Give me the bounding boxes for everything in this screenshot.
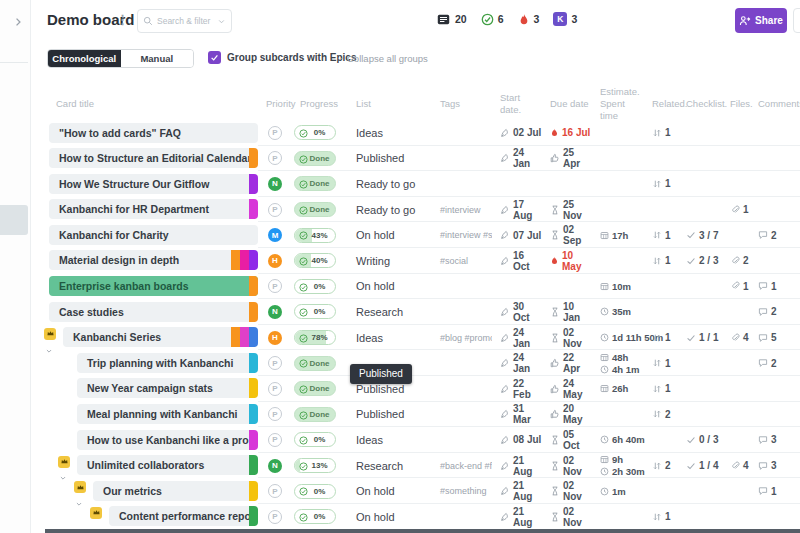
related-cell[interactable]: 1	[644, 230, 678, 241]
estimate-cell[interactable]: 1m	[592, 486, 644, 497]
card-title-pill[interactable]: Trip planning with Kanbanchi	[77, 353, 258, 373]
card-title-pill[interactable]: How to Structure an Editorial Calendar	[49, 148, 258, 168]
tags-cell[interactable]: #blog #promo #tag	[432, 333, 492, 343]
card-title-pill[interactable]: Kanbanchi for HR Department	[49, 199, 258, 219]
start-date-cell[interactable]: 31 Mar	[492, 403, 542, 425]
epic-crown-badge-icon[interactable]	[74, 481, 86, 493]
comments-cell[interactable]: 5	[750, 332, 792, 343]
expand-sidebar-chevron-icon[interactable]	[12, 12, 24, 24]
due-date-cell[interactable]: 02 Sep	[542, 224, 592, 246]
start-date-cell[interactable]: 21 Aug	[492, 506, 542, 528]
start-date-cell[interactable]: 07 Jul	[492, 230, 542, 241]
card-title-pill[interactable]: How We Structure Our Gitflow	[49, 174, 258, 194]
epic-crown-badge-icon[interactable]	[58, 456, 70, 468]
related-cell[interactable]: 1	[644, 383, 678, 394]
table-row[interactable]: Enterprise kanban boardsP0%On hold10m11	[31, 274, 800, 300]
table-row[interactable]: Unlimited collaboratorsN13%Research#back…	[31, 453, 800, 479]
card-title-pill[interactable]: How to use Kanbanchi like a pro	[77, 430, 258, 450]
priority-badge[interactable]: P	[268, 203, 282, 217]
comments-cell[interactable]: 2	[750, 230, 792, 241]
tags-cell[interactable]: #something	[432, 486, 492, 496]
list-cell[interactable]: Ready to go	[348, 197, 432, 223]
due-date-cell[interactable]: 02 Nov	[542, 327, 592, 349]
comments-cell[interactable]: 1	[750, 281, 792, 292]
table-row[interactable]: Content performance reportP0%On hold21 A…	[31, 504, 800, 530]
card-title-pill[interactable]: Kanbanchi Series	[63, 327, 258, 347]
comments-cell[interactable]: 1	[750, 486, 792, 497]
column-header-1[interactable]: Priority	[258, 98, 292, 110]
share-button[interactable]: Share	[735, 8, 787, 33]
files-cell[interactable]: 4	[722, 332, 750, 343]
estimate-cell[interactable]: 26h	[592, 383, 644, 394]
comments-cell[interactable]: 2	[750, 358, 792, 369]
due-date-cell[interactable]: 22 Apr	[542, 352, 592, 374]
priority-badge[interactable]: N	[268, 177, 282, 191]
card-title-pill[interactable]: New Year campaign stats	[77, 378, 258, 398]
card-title-pill[interactable]: Material design in depth	[49, 250, 258, 270]
due-date-cell[interactable]: 20 May	[542, 403, 592, 425]
progress-pill[interactable]: Done	[294, 151, 336, 166]
progress-pill[interactable]: 0%	[294, 125, 336, 140]
priority-badge[interactable]: P	[268, 279, 282, 293]
start-date-cell[interactable]: 02 Jul	[492, 127, 542, 138]
comments-cell[interactable]: 3	[750, 434, 792, 445]
list-cell[interactable]: Published	[348, 350, 432, 376]
tags-cell[interactable]: #interview	[432, 205, 492, 215]
checklist-cell[interactable]: 2 / 3	[678, 255, 722, 266]
toggle-manual[interactable]: Manual	[121, 50, 194, 67]
table-row[interactable]: How to Structure an Editorial CalendarPD…	[31, 146, 800, 172]
progress-pill[interactable]: 13%	[294, 458, 336, 473]
due-date-cell[interactable]: 02 Nov	[542, 455, 592, 477]
start-date-cell[interactable]: 30 Oct	[492, 301, 542, 323]
files-cell[interactable]: 1	[722, 281, 750, 292]
start-date-cell[interactable]: 22 Feb	[492, 378, 542, 400]
priority-badge[interactable]: P	[268, 510, 282, 524]
tags-cell[interactable]: #back-end #feature	[432, 461, 492, 471]
progress-pill[interactable]: Done	[294, 176, 336, 191]
due-date-cell[interactable]: 24 May	[542, 378, 592, 400]
list-cell[interactable]: Ideas	[348, 325, 432, 351]
list-cell[interactable]: Ideas	[348, 427, 432, 453]
start-date-cell[interactable]: 21 Aug	[492, 480, 542, 502]
comments-cell[interactable]: 2	[750, 306, 792, 317]
list-cell[interactable]: Ready to go	[348, 171, 432, 197]
table-row[interactable]: How to use Kanbanchi like a proP0%Ideas0…	[31, 427, 800, 453]
epic-crown-badge-icon[interactable]	[44, 328, 56, 340]
due-date-cell[interactable]: 05 Oct	[542, 429, 592, 451]
list-cell[interactable]: Published	[348, 146, 432, 172]
due-date-cell[interactable]: 25 Apr	[542, 147, 592, 169]
related-cell[interactable]: 1	[644, 332, 678, 343]
related-cell[interactable]: 1	[644, 358, 678, 369]
collapse-all-groups-link[interactable]: Collapse all groups	[336, 53, 428, 64]
files-cell[interactable]: 1	[722, 204, 750, 215]
card-title-pill[interactable]: Meal planning with Kanbanchi	[77, 404, 258, 424]
priority-badge[interactable]: P	[268, 126, 282, 140]
related-cell[interactable]: 1	[644, 178, 678, 189]
card-title-pill[interactable]: Unlimited collaborators	[77, 455, 258, 475]
related-cell[interactable]: 1	[644, 511, 678, 522]
due-date-cell[interactable]: 02 Nov	[542, 506, 592, 528]
list-cell[interactable]: Ideas	[348, 120, 432, 146]
list-cell[interactable]: Research	[348, 453, 432, 479]
files-cell[interactable]: 4	[722, 460, 750, 471]
checklist-cell[interactable]: 1 / 1	[678, 332, 722, 343]
progress-pill[interactable]: 0%	[294, 432, 336, 447]
table-row[interactable]: Meal planning with KanbanchiPDonePublish…	[31, 402, 800, 428]
epic-crown-badge-icon[interactable]	[90, 507, 102, 519]
search-filter-box[interactable]: Search & filter	[137, 9, 232, 33]
table-row[interactable]: Kanbanchi for CharityM43%On hold#intervi…	[31, 222, 800, 248]
table-row[interactable]: Case studiesN0%Research30 Oct10 Jan35m2	[31, 299, 800, 325]
priority-badge[interactable]: N	[268, 459, 282, 473]
due-date-cell[interactable]: 10 Jan	[542, 301, 592, 323]
related-cell[interactable]: 2	[644, 460, 678, 471]
column-header-8[interactable]: Related.	[644, 98, 678, 110]
due-date-cell[interactable]: 16 Jul	[542, 127, 592, 138]
card-title-pill[interactable]: Our metrics	[93, 481, 258, 501]
column-header-11[interactable]: Comments.	[750, 98, 792, 110]
start-date-cell[interactable]: 21 Aug	[492, 455, 542, 477]
group-subcards-checkbox[interactable]	[208, 51, 221, 64]
start-date-cell[interactable]: 24 Jan	[492, 352, 542, 374]
estimate-cell[interactable]: 48h4h 1m	[592, 352, 644, 375]
table-row[interactable]: Kanbanchi for HR DepartmentPDoneReady to…	[31, 197, 800, 223]
progress-pill[interactable]: Done	[294, 356, 336, 371]
